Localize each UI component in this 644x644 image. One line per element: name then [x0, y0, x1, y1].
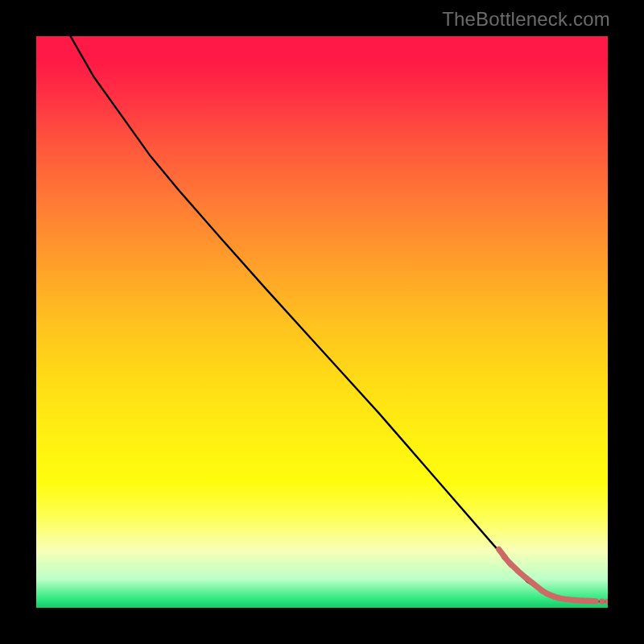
plot-area [36, 36, 608, 608]
watermark-text: TheBottleneck.com [442, 8, 610, 31]
marker-dash [526, 578, 535, 584]
chart-frame: TheBottleneck.com [0, 0, 644, 644]
chart-svg [36, 36, 608, 608]
marker-dot [605, 599, 608, 605]
marker-dot [599, 598, 605, 604]
curve-line [71, 36, 608, 601]
marker-series [499, 549, 608, 604]
